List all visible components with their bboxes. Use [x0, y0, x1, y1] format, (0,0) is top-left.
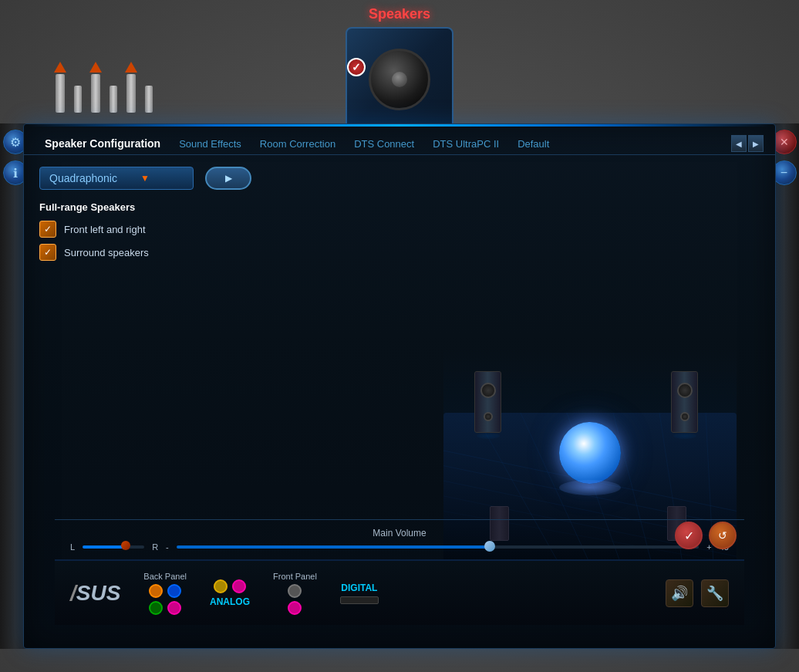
jack-gray-1[interactable]	[288, 584, 302, 598]
vol-right-indicator: R	[152, 542, 158, 552]
main-volume-track[interactable]	[177, 545, 700, 549]
tab-dts-connect[interactable]: DTS Connect	[345, 133, 423, 154]
speaker-front-right	[671, 371, 698, 433]
asus-logo: /SUS	[70, 581, 120, 606]
wrench-icon: 🔧	[706, 585, 723, 602]
checkmark-icon: ✓	[352, 61, 361, 73]
speaker-shadow-fr	[673, 433, 696, 439]
surround-checkbox[interactable]: ✓	[39, 244, 56, 261]
analog-section: ANALOG	[210, 579, 250, 607]
plug-body-3	[91, 74, 100, 113]
chevron-left-icon: ◀	[736, 140, 742, 148]
volume-row: L R - + 43	[70, 542, 729, 552]
speaker-tweeter-fl	[484, 412, 493, 421]
speaker-driver-fl	[480, 383, 496, 398]
left-channel-track[interactable]	[83, 545, 144, 549]
plug-body-2	[74, 86, 82, 113]
logo-slash: /	[70, 581, 76, 605]
check-icon: ✓	[44, 224, 52, 235]
plug-arrow-1	[54, 62, 66, 73]
reset-button[interactable]: ↺	[709, 522, 737, 549]
chevron-right-icon: ▶	[753, 140, 759, 148]
front-panel-section: Front Panel	[273, 572, 317, 615]
plug-arrow-3	[89, 62, 102, 73]
jack-blue-1[interactable]	[167, 584, 181, 598]
front-lr-row: ✓ Front left and right	[39, 221, 760, 238]
speaker-shadow-fl	[477, 433, 500, 439]
footer-icons: 🔊 🔧	[666, 579, 729, 607]
tab-room-correction[interactable]: Room Correction	[251, 133, 345, 154]
back-panel-label: Back Panel	[143, 572, 187, 581]
front-lr-checkbox[interactable]: ✓	[39, 221, 56, 238]
jack-orange-1[interactable]	[149, 584, 163, 598]
orb-reflection	[559, 480, 621, 495]
front-panel-label: Front Panel	[273, 572, 317, 581]
vol-minus-sign: -	[166, 542, 169, 552]
plug-body-1	[56, 74, 65, 113]
tab-speaker-config[interactable]: Speaker Configuration	[35, 133, 170, 154]
speaker-icon-container[interactable]: ✓	[346, 27, 453, 131]
speaker-icon-btn[interactable]: 🔊	[666, 579, 693, 607]
plug-1	[54, 62, 66, 113]
front-panel-jacks	[288, 584, 302, 598]
apply-button[interactable]: ✓	[675, 522, 703, 549]
volume-label: Main Volume	[70, 528, 729, 539]
dropdown-arrow-icon: ▼	[140, 173, 150, 184]
action-buttons: ✓ ↺	[675, 522, 737, 549]
check-icon-2: ✓	[44, 247, 52, 258]
plug-body-6	[145, 86, 153, 113]
controls-row: Quadraphonic ▼	[39, 167, 760, 190]
front-lr-label: Front left and right	[64, 224, 146, 235]
jack-green-1[interactable]	[149, 601, 163, 615]
vol-left-indicator: L	[70, 542, 75, 552]
jack-pink-1[interactable]	[167, 601, 181, 615]
footer: /SUS Back Panel ANALOG Front Panel	[55, 559, 744, 625]
jack-gold-1[interactable]	[214, 579, 228, 593]
plug-arrow-5	[125, 62, 137, 73]
digital-label: DIGITAL	[341, 583, 377, 593]
nav-prev-button[interactable]: ◀	[731, 135, 747, 152]
close-icon: ✕	[780, 136, 789, 148]
nav-arrows: ◀ ▶	[731, 135, 764, 152]
main-panel: Speaker Configuration Sound Effects Room…	[23, 123, 776, 649]
tab-sound-effects[interactable]: Sound Effects	[170, 133, 251, 154]
plug-body-4	[110, 86, 117, 113]
left-channel-thumb[interactable]	[121, 541, 130, 550]
nav-tabs: Speaker Configuration Sound Effects Room…	[24, 127, 775, 155]
settings-icon-btn[interactable]: 🔧	[701, 579, 729, 607]
plug-3	[89, 62, 102, 113]
apply-icon: ✓	[684, 528, 694, 543]
main-volume-slider-container	[177, 545, 700, 549]
digital-port[interactable]	[340, 596, 379, 604]
plug-6	[145, 86, 153, 113]
volume-controls: Main Volume L R - + 43	[55, 519, 744, 559]
jack-pink-2[interactable]	[232, 579, 246, 593]
speakers-title: Speakers	[369, 6, 430, 22]
plug-2	[74, 86, 82, 113]
plug-body-5	[126, 74, 136, 113]
main-content: Quadraphonic ▼ Full-range Speakers ✓ Fro…	[24, 155, 775, 279]
jack-pink-3[interactable]	[288, 601, 302, 615]
analog-jacks-top	[214, 579, 246, 593]
speaker-selected-badge: ✓	[347, 58, 366, 76]
back-panel-section: Back Panel	[143, 572, 187, 615]
back-panel-jacks-top	[149, 584, 181, 598]
front-left-tower	[474, 371, 501, 433]
info-icon: ℹ	[13, 166, 18, 181]
tab-default[interactable]: Default	[508, 133, 558, 154]
speaker-front-left	[474, 371, 501, 433]
nav-next-button[interactable]: ▶	[748, 135, 764, 152]
analog-label: ANALOG	[210, 596, 250, 607]
speaker-cone	[392, 72, 407, 87]
speaker-tweeter-fr	[680, 412, 689, 421]
main-volume-thumb[interactable]	[484, 541, 495, 552]
full-range-label: Full-range Speakers	[39, 201, 760, 213]
speaker-mode-dropdown[interactable]: Quadraphonic ▼	[39, 167, 194, 190]
plug-5	[125, 62, 137, 113]
tab-dts-ultrapc[interactable]: DTS UltraPC II	[423, 133, 508, 154]
back-panel-jacks-bottom	[149, 601, 181, 615]
play-test-button[interactable]	[205, 167, 251, 190]
gear-icon: ⚙	[10, 135, 21, 150]
speaker-header-area: Speakers ✓	[0, 0, 799, 135]
speaker-icon: 🔊	[671, 585, 688, 602]
